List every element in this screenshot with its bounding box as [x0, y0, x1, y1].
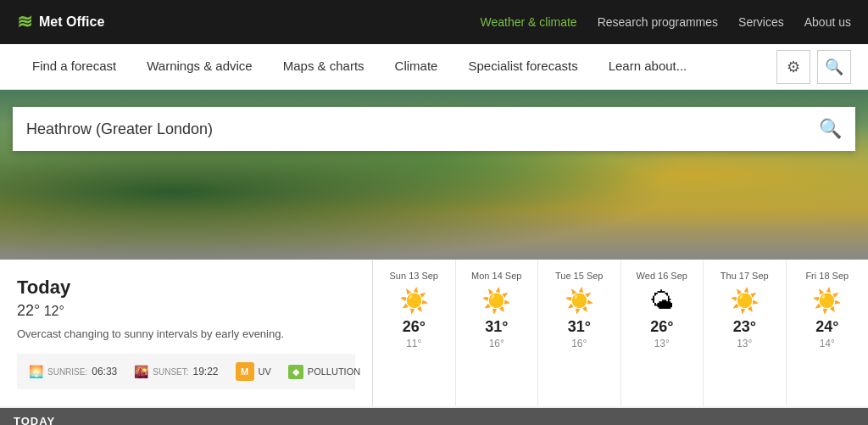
top-nav-weather[interactable]: Weather & climate	[481, 15, 577, 29]
pollution-label: POLLUTION	[308, 366, 360, 377]
day-low-temp: 14°	[793, 338, 862, 350]
sunrise-item: 🌅 SUNRISE: 06:33	[29, 365, 117, 378]
sunset-label: SUNSET:	[153, 367, 188, 377]
top-nav-links: Weather & climate Research programmes Se…	[481, 15, 851, 29]
top-nav-services[interactable]: Services	[738, 15, 784, 29]
sunrise-label: SUNRISE:	[47, 367, 87, 377]
day-low-temp: 11°	[380, 338, 448, 350]
day-card-5[interactable]: Fri 18 Sep ☀️ 24° 14°	[787, 260, 869, 406]
uv-label: UV	[259, 366, 271, 377]
day-label: Sun 13 Sep	[380, 270, 448, 282]
day-low-temp: 16°	[463, 338, 531, 350]
pollution-badge: ◆	[288, 365, 303, 379]
today-meta: 🌅 SUNRISE: 06:33 🌇 SUNSET: 19:22 M UV ◆ …	[17, 354, 355, 389]
nav-climate[interactable]: Climate	[380, 44, 453, 90]
day-high-temp: 23°	[710, 318, 779, 336]
settings-button[interactable]: ⚙	[776, 50, 810, 84]
sunrise-icon: 🌅	[29, 365, 43, 378]
day-weather-icon: ☀️	[545, 287, 614, 315]
today-title: Today	[17, 277, 355, 299]
top-navigation: ≋ Met Office Weather & climate Research …	[0, 0, 868, 44]
day-label: Mon 14 Sep	[463, 270, 531, 282]
day-low-temp: 13°	[628, 338, 697, 350]
nav-find-forecast[interactable]: Find a forecast	[17, 44, 131, 90]
day-weather-icon: ☀️	[793, 287, 862, 315]
nav-icon-area: ⚙ 🔍	[776, 50, 851, 84]
day-card-1[interactable]: Mon 14 Sep ☀️ 31° 16°	[456, 260, 539, 406]
top-nav-research[interactable]: Research programmes	[598, 15, 718, 29]
day-high-temp: 31°	[463, 318, 531, 336]
day-high-temp: 24°	[793, 318, 862, 336]
days-forecast-panel: Sun 13 Sep ☀️ 26° 11° Mon 14 Sep ☀️ 31° …	[373, 260, 868, 406]
nav-warnings[interactable]: Warnings & advice	[131, 44, 268, 90]
day-card-4[interactable]: Thu 17 Sep ☀️ 23° 13°	[704, 260, 787, 406]
uv-badge: M	[236, 362, 254, 381]
day-high-temp: 26°	[380, 318, 448, 336]
sunset-item: 🌇 SUNSET: 19:22	[134, 365, 218, 378]
pollution-icon: ◆	[292, 366, 299, 377]
uv-item: M UV	[236, 362, 271, 381]
today-temperatures: 22° 12°	[17, 302, 355, 320]
today-low: 12°	[44, 304, 64, 318]
sunset-icon: 🌇	[134, 365, 148, 378]
day-label: Fri 18 Sep	[793, 270, 862, 282]
hourly-section: TODAY Now 🌙 03:00 🌙 04:00 🌙 05:00 ☁️ 06:…	[0, 408, 868, 425]
pollution-item: ◆ POLLUTION	[288, 365, 360, 379]
location-search-submit[interactable]: 🔍	[819, 118, 842, 140]
nav-learn[interactable]: Learn about...	[593, 44, 703, 90]
day-weather-icon: ☀️	[710, 287, 779, 315]
sunrise-time: 06:33	[92, 366, 117, 377]
main-navigation: Find a forecast Warnings & advice Maps &…	[0, 44, 868, 90]
day-weather-icon: ☀️	[380, 287, 448, 315]
location-search-bar: 🔍	[13, 107, 855, 151]
hero-section: 🔍	[0, 90, 868, 260]
day-card-3[interactable]: Wed 16 Sep 🌤 26° 13°	[621, 260, 704, 406]
hourly-header: TODAY	[0, 408, 868, 425]
sunset-time: 19:22	[193, 366, 219, 377]
day-label: Thu 17 Sep	[710, 270, 779, 282]
logo-icon: ≋	[17, 11, 32, 33]
today-description: Overcast changing to sunny intervals by …	[17, 327, 355, 342]
location-search-input[interactable]	[26, 120, 819, 138]
today-panel: Today 22° 12° Overcast changing to sunny…	[0, 260, 373, 406]
day-label: Wed 16 Sep	[628, 270, 697, 282]
forecast-container: Today 22° 12° Overcast changing to sunny…	[0, 260, 868, 406]
day-high-temp: 31°	[545, 318, 614, 336]
day-low-temp: 13°	[710, 338, 779, 350]
day-high-temp: 26°	[628, 318, 697, 336]
day-weather-icon: ☀️	[463, 287, 531, 315]
day-card-0[interactable]: Sun 13 Sep ☀️ 26° 11°	[373, 260, 456, 406]
today-high: 22°	[17, 302, 40, 319]
search-button[interactable]: 🔍	[817, 50, 851, 84]
day-low-temp: 16°	[545, 338, 614, 350]
nav-maps-charts[interactable]: Maps & charts	[268, 44, 380, 90]
day-weather-icon: 🌤	[628, 287, 697, 315]
top-nav-about[interactable]: About us	[804, 15, 851, 29]
nav-specialist[interactable]: Specialist forecasts	[453, 44, 593, 90]
main-nav-links: Find a forecast Warnings & advice Maps &…	[17, 44, 776, 90]
day-label: Tue 15 Sep	[545, 270, 614, 282]
logo[interactable]: ≋ Met Office	[17, 11, 104, 33]
logo-text: Met Office	[39, 14, 104, 30]
day-card-2[interactable]: Tue 15 Sep ☀️ 31° 16°	[538, 260, 621, 406]
